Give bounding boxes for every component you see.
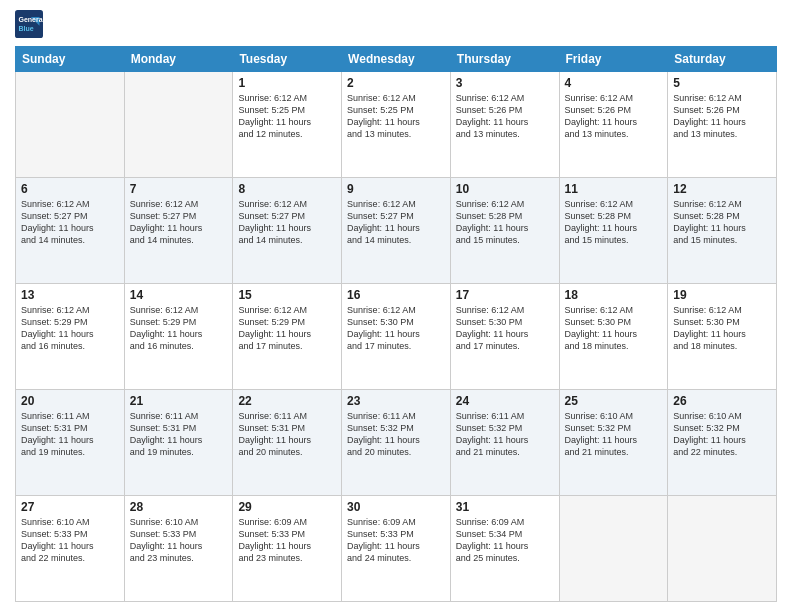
day-info: Sunrise: 6:12 AM Sunset: 5:27 PM Dayligh… [21,198,119,247]
day-number: 17 [456,288,554,302]
day-number: 23 [347,394,445,408]
day-info: Sunrise: 6:11 AM Sunset: 5:32 PM Dayligh… [456,410,554,459]
day-number: 5 [673,76,771,90]
day-number: 6 [21,182,119,196]
weekday-header: Monday [124,47,233,72]
calendar-cell: 20Sunrise: 6:11 AM Sunset: 5:31 PM Dayli… [16,390,125,496]
calendar-cell: 19Sunrise: 6:12 AM Sunset: 5:30 PM Dayli… [668,284,777,390]
day-number: 27 [21,500,119,514]
day-info: Sunrise: 6:11 AM Sunset: 5:31 PM Dayligh… [238,410,336,459]
calendar-cell: 13Sunrise: 6:12 AM Sunset: 5:29 PM Dayli… [16,284,125,390]
calendar-cell: 11Sunrise: 6:12 AM Sunset: 5:28 PM Dayli… [559,178,668,284]
calendar-cell: 17Sunrise: 6:12 AM Sunset: 5:30 PM Dayli… [450,284,559,390]
calendar-cell: 2Sunrise: 6:12 AM Sunset: 5:25 PM Daylig… [342,72,451,178]
svg-text:Blue: Blue [19,25,34,32]
calendar-cell: 22Sunrise: 6:11 AM Sunset: 5:31 PM Dayli… [233,390,342,496]
weekday-header: Thursday [450,47,559,72]
calendar-table: SundayMondayTuesdayWednesdayThursdayFrid… [15,46,777,602]
day-number: 9 [347,182,445,196]
day-info: Sunrise: 6:09 AM Sunset: 5:34 PM Dayligh… [456,516,554,565]
day-info: Sunrise: 6:10 AM Sunset: 5:33 PM Dayligh… [130,516,228,565]
calendar-cell: 1Sunrise: 6:12 AM Sunset: 5:25 PM Daylig… [233,72,342,178]
day-info: Sunrise: 6:12 AM Sunset: 5:28 PM Dayligh… [565,198,663,247]
day-info: Sunrise: 6:12 AM Sunset: 5:28 PM Dayligh… [673,198,771,247]
weekday-header: Friday [559,47,668,72]
weekday-header: Saturday [668,47,777,72]
weekday-header: Tuesday [233,47,342,72]
day-number: 2 [347,76,445,90]
calendar-cell [668,496,777,602]
day-info: Sunrise: 6:10 AM Sunset: 5:32 PM Dayligh… [565,410,663,459]
day-info: Sunrise: 6:12 AM Sunset: 5:30 PM Dayligh… [456,304,554,353]
calendar-cell: 21Sunrise: 6:11 AM Sunset: 5:31 PM Dayli… [124,390,233,496]
calendar-cell [124,72,233,178]
day-number: 22 [238,394,336,408]
day-info: Sunrise: 6:12 AM Sunset: 5:25 PM Dayligh… [238,92,336,141]
day-info: Sunrise: 6:11 AM Sunset: 5:31 PM Dayligh… [130,410,228,459]
calendar-cell: 31Sunrise: 6:09 AM Sunset: 5:34 PM Dayli… [450,496,559,602]
day-info: Sunrise: 6:11 AM Sunset: 5:31 PM Dayligh… [21,410,119,459]
day-info: Sunrise: 6:12 AM Sunset: 5:30 PM Dayligh… [565,304,663,353]
day-number: 14 [130,288,228,302]
day-info: Sunrise: 6:12 AM Sunset: 5:30 PM Dayligh… [347,304,445,353]
day-number: 10 [456,182,554,196]
calendar-cell: 26Sunrise: 6:10 AM Sunset: 5:32 PM Dayli… [668,390,777,496]
day-number: 4 [565,76,663,90]
day-info: Sunrise: 6:12 AM Sunset: 5:30 PM Dayligh… [673,304,771,353]
logo-icon: General Blue [15,10,43,38]
day-number: 31 [456,500,554,514]
calendar-cell: 16Sunrise: 6:12 AM Sunset: 5:30 PM Dayli… [342,284,451,390]
day-number: 21 [130,394,228,408]
calendar-cell: 5Sunrise: 6:12 AM Sunset: 5:26 PM Daylig… [668,72,777,178]
day-number: 29 [238,500,336,514]
calendar-cell: 18Sunrise: 6:12 AM Sunset: 5:30 PM Dayli… [559,284,668,390]
calendar-cell [16,72,125,178]
day-info: Sunrise: 6:12 AM Sunset: 5:27 PM Dayligh… [238,198,336,247]
calendar-cell: 29Sunrise: 6:09 AM Sunset: 5:33 PM Dayli… [233,496,342,602]
calendar-cell: 7Sunrise: 6:12 AM Sunset: 5:27 PM Daylig… [124,178,233,284]
svg-text:General: General [19,16,44,23]
calendar-cell: 12Sunrise: 6:12 AM Sunset: 5:28 PM Dayli… [668,178,777,284]
day-info: Sunrise: 6:12 AM Sunset: 5:27 PM Dayligh… [130,198,228,247]
day-number: 30 [347,500,445,514]
day-number: 19 [673,288,771,302]
day-number: 11 [565,182,663,196]
calendar-cell: 3Sunrise: 6:12 AM Sunset: 5:26 PM Daylig… [450,72,559,178]
day-number: 16 [347,288,445,302]
day-info: Sunrise: 6:12 AM Sunset: 5:26 PM Dayligh… [456,92,554,141]
day-info: Sunrise: 6:11 AM Sunset: 5:32 PM Dayligh… [347,410,445,459]
calendar-cell: 25Sunrise: 6:10 AM Sunset: 5:32 PM Dayli… [559,390,668,496]
calendar-cell: 8Sunrise: 6:12 AM Sunset: 5:27 PM Daylig… [233,178,342,284]
calendar-cell: 15Sunrise: 6:12 AM Sunset: 5:29 PM Dayli… [233,284,342,390]
calendar-cell: 10Sunrise: 6:12 AM Sunset: 5:28 PM Dayli… [450,178,559,284]
calendar-cell: 27Sunrise: 6:10 AM Sunset: 5:33 PM Dayli… [16,496,125,602]
weekday-header: Sunday [16,47,125,72]
day-number: 15 [238,288,336,302]
logo: General Blue [15,10,43,38]
day-info: Sunrise: 6:10 AM Sunset: 5:32 PM Dayligh… [673,410,771,459]
calendar-cell: 6Sunrise: 6:12 AM Sunset: 5:27 PM Daylig… [16,178,125,284]
day-info: Sunrise: 6:12 AM Sunset: 5:25 PM Dayligh… [347,92,445,141]
day-number: 1 [238,76,336,90]
page: General Blue SundayMondayTuesdayWednesda… [0,0,792,612]
day-number: 20 [21,394,119,408]
day-info: Sunrise: 6:12 AM Sunset: 5:26 PM Dayligh… [673,92,771,141]
weekday-header: Wednesday [342,47,451,72]
day-info: Sunrise: 6:12 AM Sunset: 5:27 PM Dayligh… [347,198,445,247]
day-number: 3 [456,76,554,90]
calendar-cell: 9Sunrise: 6:12 AM Sunset: 5:27 PM Daylig… [342,178,451,284]
calendar-cell: 14Sunrise: 6:12 AM Sunset: 5:29 PM Dayli… [124,284,233,390]
day-number: 26 [673,394,771,408]
day-info: Sunrise: 6:12 AM Sunset: 5:29 PM Dayligh… [130,304,228,353]
day-number: 7 [130,182,228,196]
calendar-cell: 24Sunrise: 6:11 AM Sunset: 5:32 PM Dayli… [450,390,559,496]
day-number: 18 [565,288,663,302]
calendar-cell: 30Sunrise: 6:09 AM Sunset: 5:33 PM Dayli… [342,496,451,602]
header: General Blue [15,10,777,38]
calendar-cell: 28Sunrise: 6:10 AM Sunset: 5:33 PM Dayli… [124,496,233,602]
day-info: Sunrise: 6:09 AM Sunset: 5:33 PM Dayligh… [238,516,336,565]
day-number: 24 [456,394,554,408]
calendar-cell: 23Sunrise: 6:11 AM Sunset: 5:32 PM Dayli… [342,390,451,496]
day-info: Sunrise: 6:10 AM Sunset: 5:33 PM Dayligh… [21,516,119,565]
day-number: 28 [130,500,228,514]
